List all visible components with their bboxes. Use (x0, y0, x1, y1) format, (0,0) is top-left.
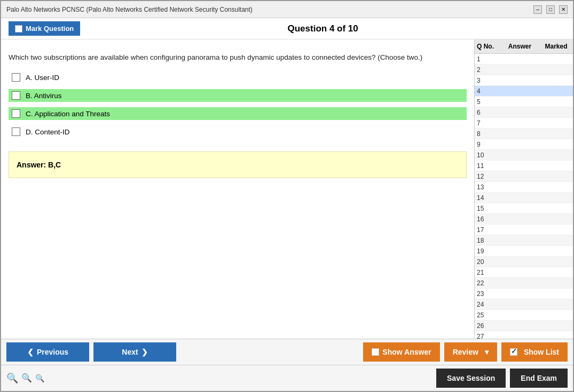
option-b[interactable]: B. Antivirus (9, 89, 467, 102)
minimize-button[interactable]: – (533, 5, 542, 14)
sidebar-list[interactable]: 1 2 3 4 5 6 7 8 (475, 54, 573, 339)
show-answer-checkbox-icon (372, 348, 379, 356)
sidebar-row-27[interactable]: 27 (475, 331, 573, 339)
sidebar-row-23[interactable]: 23 (475, 289, 573, 299)
sidebar-row-7[interactable]: 7 (475, 118, 573, 129)
checkbox-a[interactable] (12, 73, 20, 82)
sidebar-qno-9: 9 (477, 141, 498, 148)
sidebar-row-21[interactable]: 21 (475, 267, 573, 278)
sidebar-row-1[interactable]: 1 (475, 54, 573, 65)
sidebar-row-12[interactable]: 12 (475, 171, 573, 182)
zoom-out-button[interactable]: 🔍 (35, 374, 44, 382)
checkbox-c[interactable] (12, 109, 20, 118)
option-d[interactable]: D. Content-ID (9, 125, 467, 138)
sidebar-row-22[interactable]: 22 (475, 278, 573, 289)
option-a-label: A. User-ID (26, 74, 59, 82)
checkbox-d[interactable] (12, 127, 20, 136)
sidebar-qno-27: 27 (477, 333, 498, 339)
sidebar-row-3[interactable]: 3 (475, 75, 573, 86)
bottom-toolbar-row2: 🔍 🔍 🔍 Save Session End Exam (1, 365, 573, 391)
sidebar-row-16[interactable]: 16 (475, 214, 573, 225)
sidebar-row-6[interactable]: 6 (475, 107, 573, 118)
sidebar-qno-18: 18 (477, 237, 498, 244)
question-area: Which two subscriptions are available wh… (1, 39, 474, 339)
sidebar-row-2[interactable]: 2 (475, 65, 573, 75)
review-dropdown-icon: ▾ (485, 348, 489, 356)
title-bar: Palo Alto Networks PCNSC (Palo Alto Netw… (1, 1, 573, 18)
next-button[interactable]: Next (93, 342, 176, 362)
answer-text: Answer: B,C (17, 161, 61, 169)
end-exam-label: End Exam (521, 374, 557, 382)
window-title: Palo Alto Networks PCNSC (Palo Alto Netw… (6, 6, 253, 13)
sidebar-qno-5: 5 (477, 98, 498, 106)
sidebar-row-13[interactable]: 13 (475, 182, 573, 193)
checkbox-b[interactable] (12, 91, 20, 100)
save-session-button[interactable]: Save Session (436, 369, 506, 388)
show-answer-label: Show Answer (382, 348, 431, 356)
sidebar: Q No. Answer Marked 1 2 3 4 5 6 (474, 39, 573, 339)
zoom-controls: 🔍 🔍 🔍 (6, 373, 44, 383)
top-toolbar: Mark Question Question 4 of 10 (1, 18, 573, 39)
sidebar-row-5[interactable]: 5 (475, 97, 573, 107)
option-a[interactable]: A. User-ID (9, 71, 467, 84)
sidebar-qno-7: 7 (477, 119, 498, 127)
option-c[interactable]: C. Application and Threats (9, 107, 467, 120)
previous-arrow-icon (27, 348, 34, 356)
review-button[interactable]: Review ▾ (444, 342, 497, 362)
previous-label: Previous (37, 348, 68, 356)
sidebar-row-24[interactable]: 24 (475, 299, 573, 310)
sidebar-qno-15: 15 (477, 205, 498, 212)
show-list-button[interactable]: Show List (501, 342, 568, 362)
maximize-button[interactable]: □ (546, 5, 555, 14)
sidebar-qno-19: 19 (477, 247, 498, 255)
sidebar-row-20[interactable]: 20 (475, 257, 573, 267)
mark-question-button[interactable]: Mark Question (9, 21, 80, 36)
window-controls: – □ ✕ (533, 5, 568, 14)
sidebar-row-25[interactable]: 25 (475, 310, 573, 321)
sidebar-qno-26: 26 (477, 322, 498, 330)
question-header: Question 4 of 10 (80, 23, 565, 34)
app-window: Palo Alto Networks PCNSC (Palo Alto Netw… (0, 0, 574, 392)
sidebar-row-14[interactable]: 14 (475, 193, 573, 203)
sidebar-row-4[interactable]: 4 (475, 86, 573, 97)
option-b-label: B. Antivirus (26, 92, 62, 100)
sidebar-qno-22: 22 (477, 279, 498, 287)
main-content: Which two subscriptions are available wh… (1, 39, 573, 339)
sidebar-qno-13: 13 (477, 183, 498, 191)
show-answer-button[interactable]: Show Answer (363, 342, 439, 362)
save-session-label: Save Session (447, 374, 495, 382)
sidebar-row-18[interactable]: 18 (475, 235, 573, 246)
sidebar-col-marked: Marked (541, 43, 571, 50)
sidebar-qno-6: 6 (477, 109, 498, 116)
sidebar-qno-3: 3 (477, 77, 498, 84)
mark-checkbox-icon (15, 25, 22, 33)
sidebar-row-11[interactable]: 11 (475, 161, 573, 171)
previous-button[interactable]: Previous (6, 342, 89, 362)
sidebar-qno-17: 17 (477, 226, 498, 234)
question-text: Which two subscriptions are available wh… (9, 52, 467, 63)
sidebar-qno-10: 10 (477, 151, 498, 159)
sidebar-header: Q No. Answer Marked (475, 39, 573, 54)
sidebar-col-answer: Answer (498, 43, 541, 50)
sidebar-row-26[interactable]: 26 (475, 321, 573, 331)
zoom-reset-button[interactable]: 🔍 (21, 374, 32, 382)
sidebar-qno-25: 25 (477, 311, 498, 319)
sidebar-qno-21: 21 (477, 269, 498, 276)
sidebar-qno-16: 16 (477, 215, 498, 223)
sidebar-row-9[interactable]: 9 (475, 139, 573, 150)
sidebar-qno-23: 23 (477, 290, 498, 298)
sidebar-row-15[interactable]: 15 (475, 203, 573, 214)
sidebar-qno-2: 2 (477, 66, 498, 74)
option-d-label: D. Content-ID (26, 128, 70, 136)
sidebar-row-8[interactable]: 8 (475, 129, 573, 139)
sidebar-row-17[interactable]: 17 (475, 225, 573, 235)
sidebar-row-10[interactable]: 10 (475, 150, 573, 161)
sidebar-row-19[interactable]: 19 (475, 246, 573, 257)
sidebar-qno-14: 14 (477, 194, 498, 202)
end-exam-button[interactable]: End Exam (510, 369, 568, 388)
zoom-in-button[interactable]: 🔍 (6, 373, 18, 383)
sidebar-qno-4: 4 (477, 87, 498, 95)
sidebar-qno-1: 1 (477, 55, 498, 63)
close-button[interactable]: ✕ (559, 5, 568, 14)
sidebar-qno-11: 11 (477, 162, 498, 170)
